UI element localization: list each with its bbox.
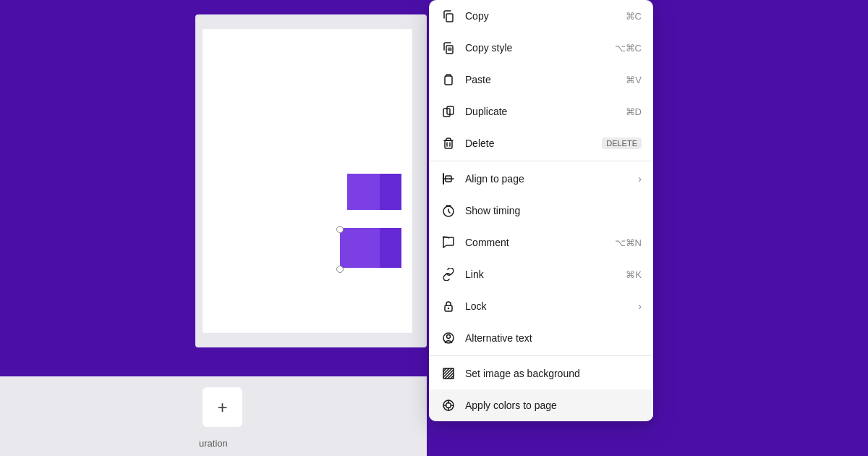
selection-handle-bottom-left[interactable] <box>336 266 344 273</box>
timing-icon <box>441 203 456 219</box>
align-to-page-arrow-icon: › <box>638 173 642 185</box>
menu-shortcut-paste: ⌘V <box>626 75 642 85</box>
menu-shortcut-link: ⌘K <box>626 269 642 280</box>
alt-text-icon <box>441 330 456 346</box>
menu-item-copy[interactable]: Copy ⌘C <box>429 0 653 32</box>
align-icon <box>441 171 456 187</box>
menu-item-duplicate[interactable]: Duplicate ⌘D <box>429 96 653 127</box>
menu-item-show-timing[interactable]: Show timing <box>429 195 653 227</box>
link-icon <box>441 266 456 282</box>
menu-label-link: Link <box>465 269 620 280</box>
svg-line-21 <box>443 368 449 374</box>
menu-label-show-timing: Show timing <box>465 205 642 216</box>
menu-shortcut-copy: ⌘C <box>626 11 642 22</box>
menu-item-apply-colors[interactable]: Apply colors to page <box>429 389 653 421</box>
menu-item-alternative-text[interactable]: Alternative text <box>429 322 653 354</box>
menu-label-duplicate: Duplicate <box>465 106 620 117</box>
menu-label-align-to-page: Align to page <box>465 173 635 185</box>
colors-icon <box>441 397 456 413</box>
menu-label-copy: Copy <box>465 10 620 22</box>
duplicate-icon <box>441 104 456 119</box>
add-button[interactable]: + <box>203 387 242 427</box>
paste-icon <box>441 72 456 88</box>
rect-element-top[interactable] <box>347 174 401 210</box>
image-bg-icon <box>441 366 456 381</box>
menu-shortcut-badge-delete: DELETE <box>602 138 642 149</box>
svg-rect-0 <box>446 14 453 22</box>
rect-element-bottom-inner <box>380 228 401 268</box>
menu-label-comment: Comment <box>465 237 609 248</box>
copy-icon <box>441 8 456 24</box>
menu-divider-1 <box>429 161 653 161</box>
menu-item-align-to-page[interactable]: Align to page › <box>429 163 653 195</box>
menu-label-alternative-text: Alternative text <box>465 332 642 344</box>
lock-icon <box>441 298 456 314</box>
context-menu: Copy ⌘C Copy style ⌥⌘C Paste ⌘V Duplicat… <box>429 0 653 421</box>
menu-item-comment[interactable]: Comment ⌥⌘N <box>429 227 653 258</box>
menu-shortcut-copy-style: ⌥⌘C <box>615 43 642 54</box>
menu-label-copy-style: Copy style <box>465 42 609 54</box>
svg-rect-4 <box>445 76 452 85</box>
lock-arrow-icon: › <box>638 300 642 312</box>
svg-rect-7 <box>445 140 452 148</box>
svg-line-23 <box>448 373 454 379</box>
menu-label-delete: Delete <box>465 138 602 149</box>
menu-item-copy-style[interactable]: Copy style ⌥⌘C <box>429 32 653 64</box>
menu-label-lock: Lock <box>465 300 635 312</box>
copy-style-icon <box>441 40 456 56</box>
menu-item-lock[interactable]: Lock › <box>429 290 653 322</box>
comment-icon <box>441 235 456 250</box>
svg-point-16 <box>448 308 449 309</box>
canvas-inner <box>203 29 412 333</box>
menu-shortcut-duplicate: ⌘D <box>626 106 642 117</box>
menu-item-paste[interactable]: Paste ⌘V <box>429 64 653 96</box>
bottom-panel: + uration <box>0 376 427 456</box>
menu-divider-2 <box>429 355 653 356</box>
canvas-panel <box>195 14 427 347</box>
selection-handle-top-left[interactable] <box>336 226 344 233</box>
delete-icon <box>441 135 456 151</box>
menu-shortcut-comment: ⌥⌘N <box>615 237 642 248</box>
menu-item-set-image-bg[interactable]: Set image as background <box>429 358 653 389</box>
rect-element-top-inner <box>380 174 401 210</box>
menu-label-apply-colors: Apply colors to page <box>465 400 642 411</box>
rect-element-bottom[interactable] <box>340 228 401 268</box>
menu-item-link[interactable]: Link ⌘K <box>429 258 653 290</box>
svg-point-18 <box>447 335 451 339</box>
menu-label-set-image-bg: Set image as background <box>465 368 642 379</box>
duration-label: uration <box>199 438 228 449</box>
menu-label-paste: Paste <box>465 74 620 85</box>
menu-item-delete[interactable]: Delete DELETE <box>429 127 653 159</box>
